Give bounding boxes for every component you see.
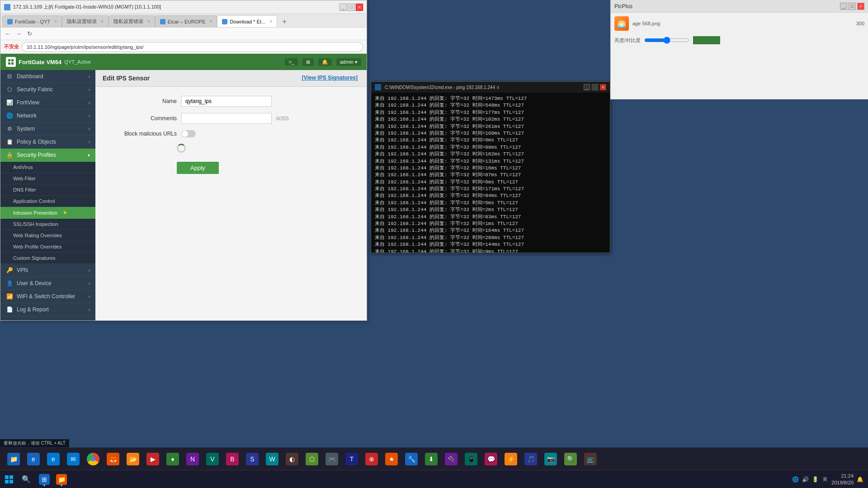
comments-textarea[interactable] bbox=[181, 113, 272, 124]
app-firefox[interactable]: 🦊 bbox=[104, 450, 122, 468]
tab-close-privacy1[interactable]: × bbox=[101, 19, 104, 24]
minimize-button[interactable]: _ bbox=[340, 4, 347, 11]
app-app23[interactable]: 📺 bbox=[581, 450, 599, 468]
taskbar-app-1[interactable]: ⊞ bbox=[36, 471, 52, 488]
sidebar-item-web-rating[interactable]: Web Rating Overrides bbox=[0, 230, 95, 241]
sidebar-item-system[interactable]: ⚙ System › bbox=[0, 122, 95, 136]
app-app12[interactable]: ⊕ bbox=[363, 450, 381, 468]
app-app22[interactable]: 🔍 bbox=[561, 450, 580, 468]
tab-close-fortigate[interactable]: × bbox=[54, 19, 57, 24]
terminal-button[interactable]: >_ bbox=[285, 58, 298, 66]
cmd-maximize[interactable]: □ bbox=[592, 84, 598, 90]
app-mail[interactable]: ✉ bbox=[64, 450, 82, 468]
app-edge[interactable]: e bbox=[44, 450, 62, 468]
cmd-line: 来自 192.168.1.244 的回复: 字节=32 时间=84ms TTL=… bbox=[375, 192, 606, 199]
sidebar-item-custom-sig[interactable]: Custom Signatures bbox=[0, 253, 95, 264]
tab-privacy1[interactable]: 隐私设置错误 × bbox=[62, 15, 108, 27]
admin-button[interactable]: admin ▾ bbox=[336, 58, 361, 66]
sidebar-item-security-fabric[interactable]: ⬡ Security Fabric › bbox=[0, 83, 95, 96]
app-app4[interactable]: V bbox=[203, 450, 222, 468]
policy-icon: 📋 bbox=[6, 138, 13, 145]
sidebar-item-ssl[interactable]: SSL/SSH Inspection bbox=[0, 219, 95, 230]
app-app8[interactable]: ◐ bbox=[283, 450, 301, 468]
sidebar-item-network[interactable]: 🌐 Network › bbox=[0, 109, 95, 122]
app-app11[interactable]: T bbox=[343, 450, 361, 468]
apply-button[interactable]: Apply bbox=[177, 162, 219, 174]
app-ie[interactable]: e bbox=[24, 450, 42, 468]
brightness-slider[interactable] bbox=[644, 37, 689, 44]
expand-button[interactable]: ⊞ bbox=[302, 58, 314, 66]
app-app20[interactable]: 🎵 bbox=[522, 450, 540, 468]
sidebar-item-security-profiles[interactable]: 🔒 Security Profiles ▾ bbox=[0, 149, 95, 162]
app-app1[interactable]: ▶ bbox=[144, 450, 162, 468]
app-app13[interactable]: ★ bbox=[382, 450, 401, 468]
cmd-close[interactable]: × bbox=[600, 84, 606, 90]
sidebar-item-wifi-switch[interactable]: 📶 WiFi & Switch Controller › bbox=[0, 290, 95, 303]
sidebar-item-web-filter[interactable]: Web Filter bbox=[0, 173, 95, 184]
bell-button[interactable]: 🔔 bbox=[318, 58, 332, 66]
sidebar-item-monitor[interactable]: 🖥 Monitor › bbox=[0, 316, 95, 320]
app-app18[interactable]: 💬 bbox=[482, 450, 500, 468]
cmd-line: 来自 192.168.1.244 的回复: 字节=32 时间=16ms TTL=… bbox=[375, 165, 606, 172]
sidebar-item-vpn[interactable]: 🔑 VPN › bbox=[0, 264, 95, 277]
sidebar-item-app-control[interactable]: Application Control bbox=[0, 196, 95, 207]
tray-volume-icon[interactable]: 🔊 bbox=[802, 476, 809, 483]
reload-button[interactable]: ↻ bbox=[25, 29, 34, 38]
rp-minimize[interactable]: _ bbox=[840, 3, 847, 10]
forward-button[interactable]: → bbox=[14, 29, 23, 38]
taskbar-search-button[interactable]: 🔍 bbox=[18, 471, 34, 488]
app-app6[interactable]: S bbox=[243, 450, 261, 468]
app-app7[interactable]: W bbox=[263, 450, 281, 468]
tab-close-eicar[interactable]: × bbox=[210, 19, 212, 24]
tab-download[interactable]: Download * EI... × bbox=[217, 15, 277, 27]
app-app10[interactable]: 🎮 bbox=[323, 450, 341, 468]
app-app14[interactable]: 🔧 bbox=[402, 450, 420, 468]
app-app5[interactable]: B bbox=[223, 450, 241, 468]
sidebar-item-intrusion[interactable]: Intrusion Prevention ★ bbox=[0, 207, 95, 219]
app-folder2[interactable]: 📂 bbox=[124, 450, 142, 468]
cmd-minimize[interactable]: _ bbox=[584, 84, 590, 90]
app-app17[interactable]: 📱 bbox=[462, 450, 480, 468]
tab-privacy2[interactable]: 隐私设置错误 × bbox=[108, 15, 155, 27]
tab-close-download[interactable]: × bbox=[269, 19, 272, 24]
start-button[interactable] bbox=[0, 470, 18, 488]
tab-close-privacy2[interactable]: × bbox=[147, 19, 150, 24]
sidebar-item-log-report[interactable]: 📄 Log & Report › bbox=[0, 303, 95, 316]
sidebar-item-dashboard[interactable]: ⊟ Dashboard › bbox=[0, 70, 95, 83]
sidebar-item-fortiview[interactable]: 📊 FortiView › bbox=[0, 96, 95, 109]
sidebar-item-user-device[interactable]: 👤 User & Device › bbox=[0, 277, 95, 290]
sidebar-item-web-profile[interactable]: Web Profile Overrides bbox=[0, 241, 95, 253]
sidebar-item-policy[interactable]: 📋 Policy & Objects › bbox=[0, 136, 95, 149]
fortigate-logo-icon bbox=[6, 57, 16, 67]
app-chrome[interactable] bbox=[84, 450, 102, 468]
tray-network-icon[interactable]: 🌐 bbox=[792, 476, 799, 483]
block-urls-toggle[interactable] bbox=[181, 130, 196, 137]
sidebar-item-antivirus[interactable]: AntiVirus bbox=[0, 162, 95, 173]
tray-lang-icon[interactable]: 英 bbox=[821, 476, 829, 483]
rp-close[interactable]: × bbox=[857, 3, 864, 10]
app-app2[interactable]: ♦ bbox=[164, 450, 182, 468]
back-button[interactable]: ← bbox=[3, 29, 12, 38]
app-app3[interactable]: N bbox=[184, 450, 202, 468]
maximize-button[interactable]: □ bbox=[348, 4, 355, 11]
tray-battery-icon[interactable]: 🔋 bbox=[811, 476, 819, 483]
tab-fortigate[interactable]: FortiGate - QYT × bbox=[2, 15, 62, 27]
app-app9[interactable]: ⬡ bbox=[303, 450, 321, 468]
sidebar-item-dns-filter[interactable]: DNS Filter bbox=[0, 184, 95, 196]
view-ips-link[interactable]: [View IPS Signatures] bbox=[302, 75, 358, 81]
name-input[interactable] bbox=[181, 96, 272, 107]
app-app16[interactable]: 🔌 bbox=[442, 450, 460, 468]
close-button[interactable]: × bbox=[356, 4, 363, 11]
app-app15[interactable]: ⬇ bbox=[422, 450, 440, 468]
address-bar[interactable] bbox=[22, 42, 363, 52]
new-tab-button[interactable]: + bbox=[279, 16, 290, 27]
tab-eicar[interactable]: Eicar – EUROPE × bbox=[155, 15, 217, 27]
cmd-window: C:\WINDOWS\system32\cmd.exe - ping 192.1… bbox=[371, 81, 610, 253]
app-app21[interactable]: 📷 bbox=[542, 450, 560, 468]
taskbar-app-2[interactable]: 📁 bbox=[53, 471, 70, 488]
app-app19[interactable]: ⚡ bbox=[502, 450, 520, 468]
rp-maximize[interactable]: □ bbox=[849, 3, 856, 10]
svg-rect-1 bbox=[11, 59, 14, 61]
notification-icon[interactable]: 🔔 bbox=[856, 476, 863, 483]
app-win-explorer[interactable]: 📁 bbox=[5, 450, 23, 468]
